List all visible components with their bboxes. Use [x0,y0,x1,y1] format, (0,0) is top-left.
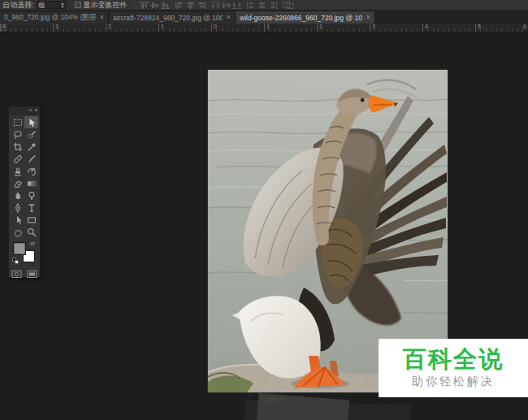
distribute-hcenter-icon[interactable] [258,1,266,10]
tool-lasso[interactable] [11,128,24,141]
ruler-label: 2 [319,24,322,29]
default-colors-icon[interactable] [12,258,19,265]
tool-options-bar: 自动选择: 组 显示变换控件 [0,0,528,11]
toolbox-bottom-icons [9,270,40,279]
screen-mode-icon[interactable] [27,270,37,279]
distribute-right-icon[interactable] [268,1,277,10]
distribute-top-icon[interactable] [211,1,220,10]
color-swatches: ⇄ [9,240,40,269]
auto-align-group [283,1,295,10]
ruler-label: 3 [55,24,58,29]
tools-panel: » × [8,106,41,278]
watermark-title: 百科全说 [403,347,504,371]
ruler-label: 5 [478,24,481,29]
photoshop-window: 自动选择: 组 显示变换控件 [0,0,528,420]
swap-colors-icon[interactable]: ⇄ [30,240,35,247]
dropdown-spinner-icon [61,2,64,8]
tool-pen[interactable] [11,201,24,214]
align-bottom-icon[interactable] [161,1,170,10]
tool-eraser[interactable] [11,177,24,189]
auto-align-layers-icon[interactable] [283,1,295,10]
distribute-bottom-icon[interactable] [232,1,241,10]
tab-close-icon[interactable]: × [366,14,370,21]
show-transform-label: 显示变换控件 [84,0,128,11]
tool-spot-healing-brush[interactable] [11,153,24,165]
panel-close-icon[interactable]: × [34,107,38,114]
tab-close-icon[interactable]: × [227,14,231,21]
tab-title: 0_960_720.jpg @ 104% (图层 1, RGB/8#) * [4,13,96,23]
ruler-label: 4 [425,24,428,29]
tool-move[interactable] [24,116,38,128]
tab-document-3-active[interactable]: wild-goose-2260866_960_720.jpg @ 100%(RG… [236,11,375,24]
auto-select-dropdown[interactable]: 组 [37,1,67,9]
quick-mask-icon[interactable] [11,270,22,279]
tool-clone-stamp[interactable] [11,165,24,177]
tool-dodge[interactable] [24,189,38,201]
canvas-workspace: » × [0,32,528,420]
document-tab-bar: 0_960_720.jpg @ 104% (图层 1, RGB/8#) * × … [0,11,528,24]
ruler-label: 3 [372,24,375,29]
ruler-label: 1 [266,24,270,29]
goose-eye [361,98,365,102]
tool-rectangle[interactable] [24,214,38,226]
tool-rectangular-marquee[interactable] [11,116,24,128]
tool-quick-selection[interactable] [24,128,38,141]
tool-hand[interactable] [11,226,24,238]
auto-select-label: 自动选择: [2,0,34,11]
tool-eyedropper[interactable] [24,141,38,153]
tool-brush[interactable] [24,153,38,165]
tool-blur[interactable] [11,189,24,201]
tool-history-brush[interactable] [24,165,38,177]
ruler-label: 6 [523,24,526,29]
align-left-icon[interactable] [175,1,184,10]
tab-title: wild-goose-2260866_960_720.jpg @ 100%(RG… [240,14,362,22]
ruler-label: 1 [161,24,164,29]
foreground-color-swatch[interactable] [13,242,26,255]
ruler-label: 0 [214,24,217,29]
distribute-left-icon[interactable] [247,1,256,10]
align-hcenter-icon[interactable] [186,1,195,10]
tool-gradient[interactable] [24,177,38,189]
tilted-card-fragment [255,393,349,420]
tab-title: aircraft-728824_960_720.jpg @ 100%(RGB/8… [113,14,223,22]
watermark-badge: 百科全说 助你轻松解决 [379,339,528,397]
align-vcenter-icon[interactable] [150,1,159,10]
align-icons-group-1 [140,1,170,10]
tab-document-1[interactable]: 0_960_720.jpg @ 104% (图层 1, RGB/8#) * × [0,11,109,24]
ruler-label: 2 [108,24,111,29]
tab-document-2[interactable]: aircraft-728824_960_720.jpg @ 100%(RGB/8… [109,11,236,24]
tool-path-selection[interactable] [11,214,24,226]
tool-horizontal-type[interactable] [24,201,38,214]
panel-collapse-icon[interactable]: » [28,107,32,113]
horizontal-ruler[interactable]: 4 3 2 1 0 1 2 3 4 5 6 [0,24,528,32]
align-icons-group-2 [175,1,206,10]
align-right-icon[interactable] [197,1,206,10]
show-transform-checkbox[interactable] [75,2,81,8]
options-divider [134,2,135,9]
tool-crop[interactable] [11,141,24,153]
tab-close-icon[interactable]: × [100,14,104,21]
tools-panel-titlebar[interactable]: » × [9,106,40,115]
tools-grid [9,115,40,238]
watermark-subtitle: 助你轻松解决 [412,375,495,389]
auto-select-value: 组 [39,1,45,10]
distribute-icons-group-2 [247,1,277,10]
tool-zoom[interactable] [24,226,38,238]
align-top-icon[interactable] [140,1,149,10]
distribute-vcenter-icon[interactable] [222,1,231,10]
distribute-icons-group-1 [211,1,241,10]
ruler-label: 4 [2,24,6,29]
